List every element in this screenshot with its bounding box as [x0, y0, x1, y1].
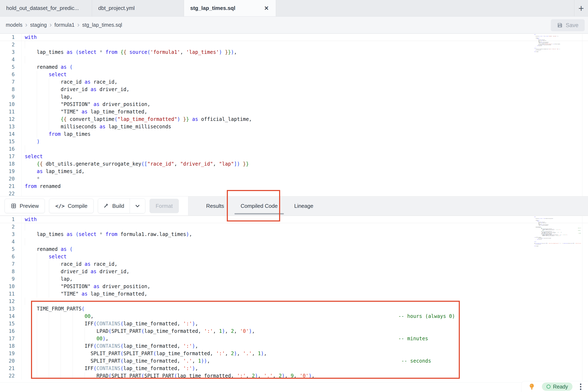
compile-label: Compile — [68, 203, 87, 209]
status-ring-icon — [547, 384, 551, 389]
indent-guide — [37, 93, 37, 100]
code-line: 15 ) — [0, 138, 588, 145]
line-number: 20 — [0, 175, 21, 182]
compile-button[interactable]: </> Compile — [49, 199, 94, 213]
build-label: Build — [112, 203, 124, 209]
code-line: 11 "TIME" as lap_time_formatted, — [0, 290, 588, 298]
code-line: 12 — [0, 298, 588, 305]
breadcrumb-item-formula1[interactable]: formula1 — [54, 22, 74, 28]
line-number: 3 — [0, 230, 21, 238]
line-number: 3 — [0, 48, 21, 56]
line-number: 5 — [0, 246, 21, 253]
tab-lineage[interactable]: Lineage — [286, 196, 322, 216]
indent-guide — [49, 342, 49, 350]
minimap[interactable]: with lap_times as (select * from formula… — [534, 216, 581, 248]
line-number: 18 — [0, 342, 21, 350]
tab-results[interactable]: Results — [198, 196, 232, 216]
breadcrumb-item-file[interactable]: stg_lap_times.sql — [82, 22, 122, 28]
code-line: 16 — [0, 145, 588, 153]
tab-label: dbt_project.yml — [98, 5, 135, 12]
indent-guide — [49, 350, 49, 357]
code-line: 17 00), -- minutes — [0, 335, 588, 342]
indent-guide — [49, 328, 49, 335]
save-button[interactable]: Save — [551, 19, 585, 31]
indent-guide — [37, 320, 37, 328]
indent-guide — [37, 116, 37, 123]
build-dropdown-button[interactable] — [130, 199, 145, 213]
line-number: 19 — [0, 350, 21, 357]
code-line: 15 IFF(CONTAINS(lap_time_formatted, ':')… — [0, 320, 588, 328]
indent-guide — [37, 71, 37, 78]
line-number: 7 — [0, 260, 21, 268]
chevron-down-icon — [135, 203, 140, 209]
line-number: 1 — [0, 216, 21, 223]
line-number: 21 — [0, 182, 21, 190]
compiled-code-editor[interactable]: 1with23 lap_times as (select * from form… — [0, 216, 588, 382]
lightbulb-icon[interactable] — [528, 383, 535, 390]
format-button[interactable]: Format — [150, 199, 179, 213]
indent-guide — [37, 86, 37, 93]
preview-button[interactable]: Preview — [4, 199, 45, 213]
indent-guide — [37, 130, 37, 138]
tab-bar-filler — [276, 0, 574, 16]
line-number: 8 — [0, 268, 21, 275]
breadcrumb-item-models[interactable]: models — [6, 22, 22, 28]
code-area[interactable]: 1with23 lap_times as (select * from form… — [0, 216, 588, 380]
indent-guide — [37, 108, 37, 116]
tab-compiled-code[interactable]: Compiled Code — [232, 196, 286, 216]
code-area[interactable]: 1with23 lap_times as (select * from {{ s… — [0, 34, 588, 196]
compiled-code-label: Compiled Code — [241, 203, 278, 209]
close-icon[interactable]: ✕ — [263, 5, 270, 12]
tab-label: hold_out_dataset_for_predic... — [6, 5, 79, 12]
code-line: 22 RPAD(SPLIT_PART(SPLIT_PART(lap_time_f… — [0, 372, 588, 380]
tab-stg-lap-times-sql[interactable]: stg_lap_times.sql ✕ — [184, 0, 276, 16]
chevron-right-icon: › — [25, 21, 27, 28]
line-number: 21 — [0, 365, 21, 372]
code-line: 17select — [0, 153, 588, 160]
chevron-right-icon: › — [77, 21, 79, 28]
code-line: 21 IFF(CONTAINS(lap_time_formatted, ':')… — [0, 365, 588, 372]
line-number: 13 — [0, 305, 21, 312]
indent-guide — [25, 223, 25, 230]
line-number: 22 — [0, 372, 21, 380]
line-number: 8 — [0, 86, 21, 93]
tab-hold-out-dataset[interactable]: hold_out_dataset_for_predic... — [0, 0, 92, 16]
line-number: 16 — [0, 145, 21, 153]
indent-guide — [49, 372, 49, 380]
breadcrumb-item-staging[interactable]: staging — [30, 22, 47, 28]
code-line: from renamed — [534, 246, 581, 246]
connection-status-badge[interactable]: Ready — [542, 382, 573, 391]
indent-guide — [49, 335, 49, 342]
code-line: 18 IFF(CONTAINS(lap_time_formatted, ':')… — [0, 342, 588, 350]
build-button[interactable]: Build — [98, 199, 130, 213]
sql-editor[interactable]: 1with23 lap_times as (select * from {{ s… — [0, 34, 588, 196]
code-line: 6 select — [0, 71, 588, 78]
indent-guide — [49, 260, 49, 268]
hammer-icon — [103, 203, 109, 209]
code-line: 4 — [0, 56, 588, 63]
editor-toolbar: Preview </> Compile Build Format — [0, 196, 588, 216]
kebab-menu-icon[interactable] — [579, 383, 582, 391]
panel-tab-bar: Results Compiled Code Lineage — [188, 196, 588, 216]
format-label: Format — [156, 203, 173, 209]
line-number: 15 — [0, 138, 21, 145]
indent-guide — [49, 268, 49, 275]
indent-guide — [37, 365, 37, 372]
indent-guide — [37, 290, 37, 298]
floppy-disk-icon — [557, 22, 563, 28]
line-number: 20 — [0, 357, 21, 365]
indent-guide — [49, 290, 49, 298]
line-number: 17 — [0, 335, 21, 342]
code-line: 1with — [0, 34, 588, 41]
line-number: 6 — [0, 253, 21, 260]
indent-guide — [49, 123, 49, 130]
indent-guide — [37, 260, 37, 268]
code-brackets-icon: </> — [55, 203, 64, 209]
indent-guide — [37, 123, 37, 130]
chevron-right-icon: › — [49, 21, 52, 28]
line-number: 13 — [0, 123, 21, 130]
tab-dbt-project-yml[interactable]: dbt_project.yml — [92, 0, 184, 16]
code-line: 10 "POSITION" as driver_position, — [0, 283, 588, 290]
minimap[interactable]: with lap_times as (select * from {{ sour… — [534, 34, 581, 54]
new-tab-button[interactable]: + — [574, 0, 588, 16]
